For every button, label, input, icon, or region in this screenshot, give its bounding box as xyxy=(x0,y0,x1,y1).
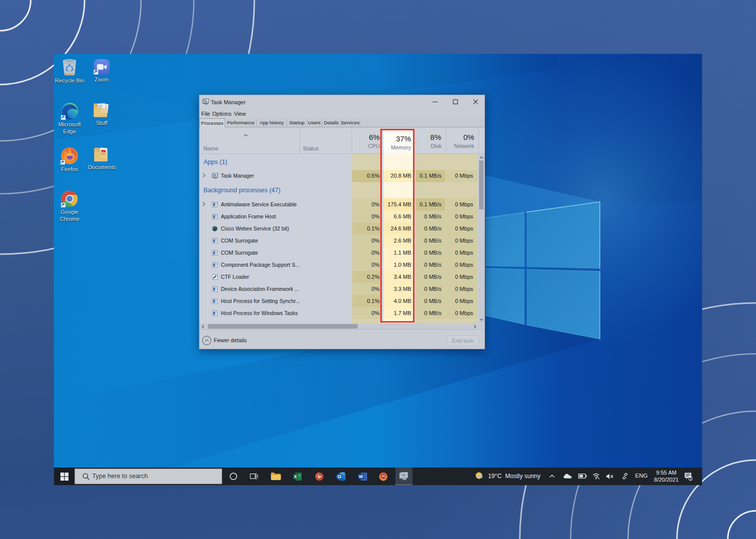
svg-text:X: X xyxy=(294,474,297,479)
svg-text:P: P xyxy=(318,474,321,479)
svg-text:2: 2 xyxy=(690,477,692,481)
svg-text:O: O xyxy=(337,474,341,479)
svg-text:W: W xyxy=(359,474,363,479)
